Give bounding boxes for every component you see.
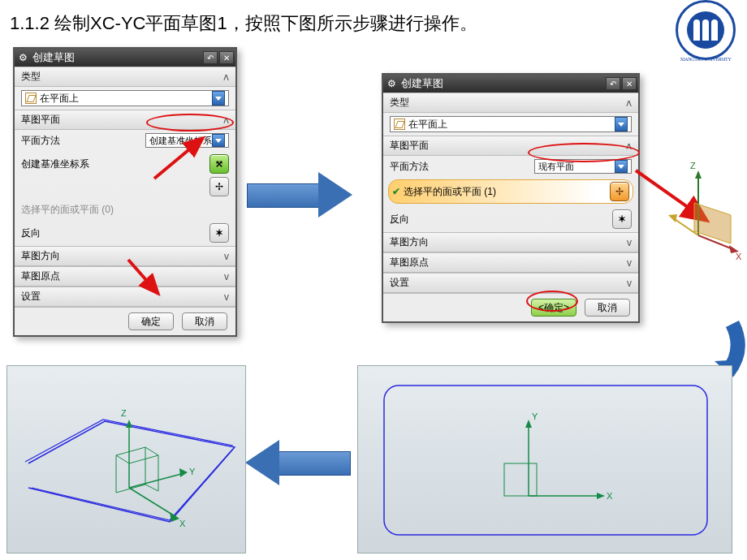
combo-on-plane[interactable]: 在平面上	[21, 90, 229, 106]
section-sketch-plane[interactable]: 草图平面ʌ	[15, 110, 235, 130]
svg-marker-15	[597, 493, 605, 499]
gear-icon: ⚙	[385, 77, 398, 90]
chevron-down-icon: v	[627, 257, 632, 269]
chevron-down-icon[interactable]	[212, 91, 225, 106]
page-title: 1.1.2 绘制XC-YC平面草图1，按照下图所示步骤进行操作。	[0, 0, 747, 36]
svg-line-24	[129, 473, 184, 488]
svg-text:X: X	[179, 519, 186, 528]
cs-icon: ⤧	[215, 158, 223, 170]
section-orientation[interactable]: 草图方向v	[383, 232, 638, 252]
svg-text:X: X	[607, 491, 613, 501]
chevron-down-icon: v	[224, 291, 229, 303]
svg-marker-22	[126, 420, 132, 428]
pick-face-button[interactable]: ✢	[610, 182, 629, 201]
plane-icon	[394, 118, 405, 130]
ok-button-2[interactable]: < 确定 >	[531, 299, 576, 317]
close-icon[interactable]: ✕	[219, 51, 234, 64]
label-plane-method: 平面方法	[21, 134, 94, 148]
close-icon[interactable]: ✕	[622, 77, 637, 90]
section-origin[interactable]: 草图原点v	[383, 252, 638, 273]
section-settings[interactable]: 设置v	[383, 273, 638, 293]
svg-text:X: X	[736, 252, 742, 260]
section-settings[interactable]: 设置v	[15, 286, 235, 307]
dialog2-title: 创建草图	[401, 76, 443, 91]
dialog-create-sketch-2: ⚙ 创建草图 ↶ ✕ 类型ʌ 在平面上 草图平面ʌ 平面方法 现有平面	[382, 73, 640, 323]
label-reverse: 反向	[21, 226, 94, 240]
svg-marker-18	[525, 420, 532, 428]
target-button[interactable]: ✢	[209, 177, 229, 196]
ok-button-1[interactable]: 确定	[128, 312, 174, 330]
svg-marker-25	[179, 468, 188, 477]
svg-text:Y: Y	[189, 467, 196, 476]
combo-plane-method-1[interactable]: 创建基准坐标系	[145, 133, 229, 148]
svg-text:Z: Z	[121, 408, 127, 418]
check-icon: ✔	[392, 186, 400, 197]
target-icon: ✢	[615, 186, 624, 197]
title-text: 1.1.2 绘制XC-YC平面草图1，按照下图所示步骤进行操作。	[10, 11, 737, 36]
cancel-button-1[interactable]: 取消	[182, 312, 227, 330]
reverse-icon: ✶	[618, 213, 626, 225]
chevron-up-icon: ʌ	[626, 140, 632, 152]
dialog-create-sketch-1: ⚙ 创建草图 ↶ ✕ 类型ʌ 在平面上 草图平面ʌ 平面方法 创建基准坐标系	[13, 47, 237, 337]
target-icon: ✢	[215, 181, 223, 192]
combo-on-plane[interactable]: 在平面上	[390, 116, 632, 132]
dialog2-titlebar: ⚙ 创建草图 ↶ ✕	[383, 75, 638, 93]
svg-marker-11	[694, 203, 731, 243]
cancel-button-2[interactable]: 取消	[585, 299, 630, 317]
select-face-label: 选择平的面或平面 (1)	[404, 185, 496, 199]
gear-icon: ⚙	[16, 51, 29, 64]
triad-3d-icon: Z X	[666, 154, 747, 260]
svg-rect-13	[384, 386, 707, 535]
chevron-down-icon[interactable]	[615, 160, 628, 173]
chevron-down-icon[interactable]	[615, 117, 628, 131]
viewport-xy-plane: X Y	[357, 365, 732, 554]
dialog1-title: 创建草图	[32, 50, 75, 65]
label-reverse: 反向	[390, 213, 463, 226]
section-type[interactable]: 类型ʌ	[15, 67, 235, 87]
blue-arrow-left-icon	[253, 438, 351, 487]
chevron-down-icon: v	[627, 237, 632, 248]
chevron-down-icon: v	[224, 251, 229, 262]
section-origin[interactable]: 草图原点v	[15, 266, 235, 286]
select-face-row[interactable]: ✔ 选择平的面或平面 (1) ✢	[388, 179, 633, 204]
rollback-icon[interactable]: ↶	[606, 77, 620, 90]
chevron-up-icon: ʌ	[223, 71, 229, 83]
dialog1-titlebar: ⚙ 创建草图 ↶ ✕	[15, 49, 235, 67]
label-select-face-disabled: 选择平的面或平面 (0)	[21, 203, 114, 217]
reverse-button[interactable]: ✶	[612, 209, 632, 229]
label-plane-method: 平面方法	[390, 160, 463, 174]
section-orientation[interactable]: 草图方向v	[15, 246, 235, 266]
combo-plane-method-2[interactable]: 现有平面	[534, 159, 632, 174]
section-type[interactable]: 类型ʌ	[383, 93, 638, 113]
chevron-up-icon: ʌ	[626, 97, 632, 109]
chevron-up-icon: ʌ	[223, 114, 229, 126]
chevron-down-icon: v	[627, 278, 632, 289]
create-cs-button[interactable]: ⤧	[209, 154, 229, 174]
svg-marker-28	[170, 512, 179, 522]
section-sketch-plane[interactable]: 草图平面ʌ	[383, 136, 638, 156]
rollback-icon[interactable]: ↶	[203, 51, 218, 64]
plane-icon	[25, 93, 37, 104]
reverse-icon: ✶	[215, 227, 223, 239]
chevron-down-icon: v	[224, 271, 229, 282]
svg-rect-20	[504, 463, 537, 496]
viewport-3d-sketch: Z Y X	[6, 365, 246, 554]
svg-marker-10	[668, 214, 677, 222]
svg-text:Z: Z	[690, 161, 696, 170]
reverse-button[interactable]: ✶	[209, 223, 229, 243]
blue-arrow-right-icon	[247, 170, 361, 219]
svg-text:Y: Y	[532, 411, 538, 421]
svg-marker-4	[695, 170, 702, 179]
chevron-down-icon[interactable]	[212, 134, 225, 147]
label-create-cs: 创建基准坐标系	[21, 157, 89, 171]
